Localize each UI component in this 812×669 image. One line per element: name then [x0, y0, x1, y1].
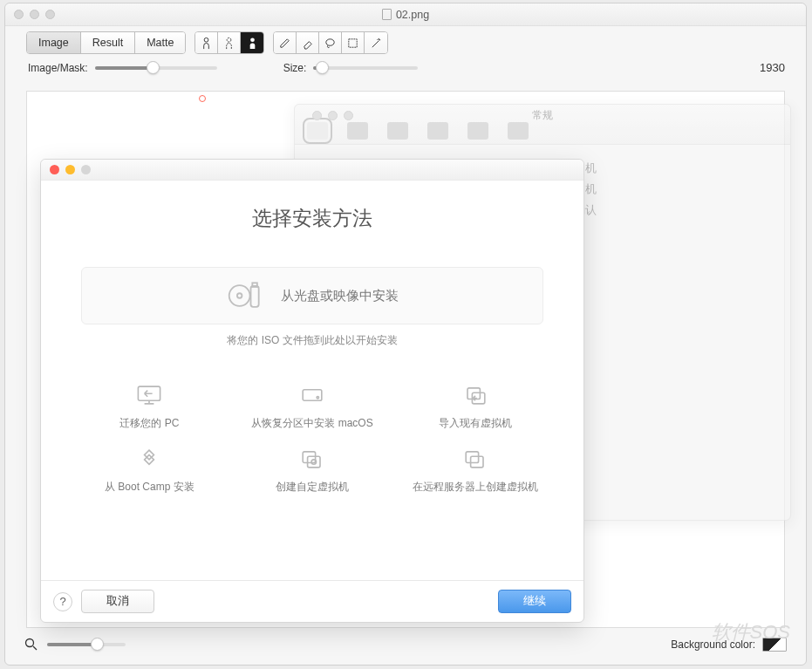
option-migrate-pc[interactable]: 迁移您的 PC [74, 379, 225, 434]
mask-dashed-icon[interactable] [218, 32, 241, 53]
svg-rect-4 [349, 38, 357, 46]
option-recovery-macos[interactable]: 从恢复分区中安装 macOS [237, 379, 388, 434]
prefs-tab-3-icon [387, 122, 408, 140]
bgcolor-swatch[interactable] [762, 638, 787, 652]
option-import-vm[interactable]: 导入现有虚拟机 [399, 379, 550, 434]
svg-point-16 [311, 460, 316, 464]
svg-rect-10 [303, 390, 322, 401]
zoom-slider[interactable] [47, 643, 126, 646]
svg-point-5 [229, 285, 249, 306]
svg-point-1 [228, 38, 232, 42]
remote-vm-icon [460, 447, 491, 471]
svg-rect-8 [252, 283, 257, 287]
marquee-tool-icon[interactable] [342, 32, 365, 53]
svg-rect-14 [303, 452, 315, 463]
custom-vm-icon [297, 447, 328, 471]
tab-result[interactable]: Result [81, 32, 135, 53]
window-title: 02.png [396, 9, 429, 21]
prefs-tab-6-icon [508, 122, 529, 140]
tools-group [273, 31, 388, 54]
tab-image[interactable]: Image [27, 32, 81, 53]
install-from-disc-option[interactable]: 从光盘或映像中安装 [81, 267, 543, 324]
minimize-icon[interactable] [65, 165, 75, 174]
tab-matte[interactable]: Matte [135, 32, 185, 53]
app-window: 02.png Image Result Matte Image/Mask: Si… [4, 3, 807, 666]
eraser-tool-icon[interactable] [297, 32, 319, 53]
drop-text: 从光盘或映像中安装 [281, 288, 399, 304]
prefs-title: 常规 [295, 108, 790, 123]
dialog-title: 选择安装方法 [41, 205, 583, 232]
drop-subtitle: 将您的 ISO 文件拖到此处以开始安装 [41, 333, 583, 348]
toolbar: Image Result Matte [5, 26, 806, 56]
prefs-tab-5-icon [467, 122, 488, 140]
brush-tool-icon[interactable] [274, 32, 297, 53]
view-tabs: Image Result Matte [26, 31, 186, 54]
imagemask-slider[interactable] [95, 66, 217, 70]
svg-rect-18 [470, 456, 482, 468]
bottom-bar: Background color: [24, 633, 787, 656]
size-slider[interactable] [313, 66, 418, 70]
lasso-tool-icon[interactable] [319, 32, 342, 53]
svg-point-0 [205, 38, 209, 42]
option-custom-vm[interactable]: 创建自定虚拟机 [237, 443, 388, 498]
prefs-tab-general-icon [307, 122, 328, 140]
cursor-marker [199, 95, 206, 102]
magnifier-icon[interactable] [24, 638, 38, 652]
prefs-tab-2-icon [347, 122, 368, 140]
size-label: Size: [283, 62, 307, 74]
mask-outline-icon[interactable] [195, 32, 218, 53]
help-button[interactable]: ? [53, 592, 72, 611]
install-method-dialog: 选择安装方法 从光盘或映像中安装 将您的 ISO 文件拖到此处以开始安装 迁移您… [40, 159, 584, 623]
cancel-button[interactable]: 取消 [81, 590, 154, 613]
file-icon [382, 9, 392, 20]
mask-mode-group [194, 31, 264, 54]
drive-icon [297, 383, 328, 407]
monitor-arrow-icon [133, 383, 165, 407]
import-icon [460, 383, 491, 407]
svg-point-2 [250, 38, 255, 42]
titlebar: 02.png [5, 3, 806, 26]
svg-point-11 [317, 397, 318, 399]
continue-button[interactable]: 继续 [498, 590, 571, 613]
slider-row: Image/Mask: Size: 1930 [5, 56, 806, 79]
size-value: 1930 [760, 61, 785, 74]
bgcolor-label: Background color: [671, 638, 755, 651]
svg-point-3 [326, 38, 334, 45]
prefs-tab-4-icon [427, 122, 448, 140]
bootcamp-icon [133, 447, 165, 471]
svg-rect-15 [308, 456, 320, 468]
close-icon[interactable] [50, 165, 59, 174]
zoom-icon[interactable] [81, 165, 91, 174]
imagemask-label: Image/Mask: [28, 62, 88, 74]
option-remote-vm[interactable]: 在远程服务器上创建虚拟机 [399, 443, 550, 498]
mask-solid-icon[interactable] [241, 32, 263, 53]
svg-point-6 [236, 293, 242, 298]
svg-point-19 [26, 639, 34, 647]
option-bootcamp[interactable]: 从 Boot Camp 安装 [74, 443, 225, 498]
wand-tool-icon[interactable] [365, 32, 387, 53]
svg-rect-7 [250, 286, 258, 307]
disc-usb-icon [227, 279, 265, 312]
svg-rect-17 [466, 452, 478, 463]
